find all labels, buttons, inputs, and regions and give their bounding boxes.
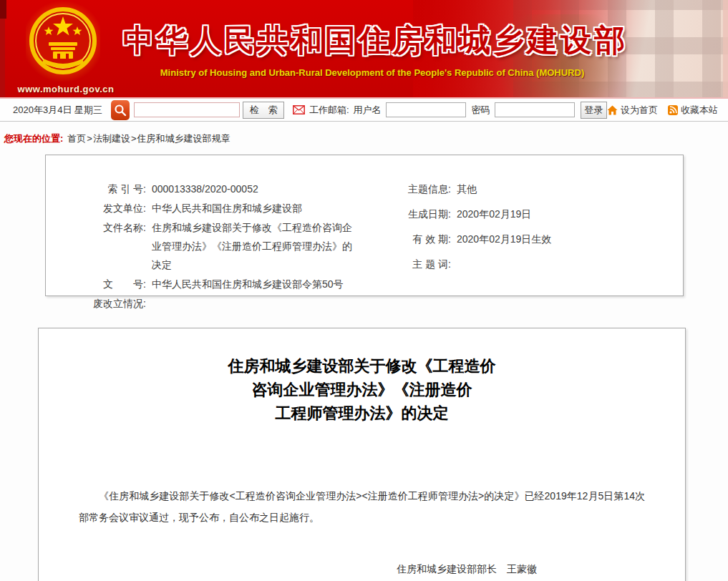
document-body-paragraph: 《住房和城乡建设部关于修改<工程造价咨询企业管理办法><注册造价工程师管理办法>… — [79, 485, 645, 528]
username-label: 用户名 — [354, 104, 382, 117]
meta-value: 住房和城乡建设部关于修改《工程造价咨询企业管理办法》《注册造价工程师管理办法》的… — [146, 218, 354, 274]
meta-label: 文件名称: — [46, 218, 146, 274]
meta-value: 中华人民共和国住房和城乡建设部令第50号 — [146, 275, 344, 293]
header-left-strip — [0, 0, 5, 99]
site-title-en: Ministry of Housing and Urban-Rural Deve… — [125, 67, 619, 78]
meta-value: 000013338/2020-00052 — [146, 180, 258, 198]
site-title-cn: 中华人民共和国住房和城乡建设部 — [123, 20, 653, 62]
meta-label: 有 效 期: — [354, 230, 451, 248]
meta-grid: 索 引 号: 000013338/2020-00052 发文单位: 中华人民共和… — [46, 180, 661, 313]
document-content-box: 住房和城乡建设部关于修改《工程造价 咨询企业管理办法》《注册造价 工程师管理办法… — [38, 328, 686, 581]
meta-row-valid-date: 有 效 期: 2020年02月19日生效 — [354, 230, 661, 248]
meta-value — [146, 294, 152, 313]
meta-row-document-number: 文 号: 中华人民共和国住房和城乡建设部令第50号 — [46, 275, 354, 293]
meta-label: 发文单位: — [46, 199, 146, 218]
magnifier-icon — [114, 104, 127, 117]
mail-envelope-icon — [293, 105, 305, 114]
password-input[interactable] — [495, 102, 575, 117]
site-url: www.mohurd.gov.cn — [16, 84, 116, 94]
current-date: 2020年3月4日 星期三 — [13, 104, 102, 117]
meta-value: 其他 — [451, 180, 477, 198]
document-title-line: 咨询企业管理办法》《注册造价 — [39, 378, 685, 401]
breadcrumb-separator: > — [131, 133, 137, 144]
meta-label: 主题信息: — [354, 180, 451, 198]
breadcrumb-legal[interactable]: 法制建设 — [93, 133, 130, 144]
header-right-strip — [723, 0, 728, 99]
signer-name: 住房和城乡建设部部长 王蒙徽 — [384, 558, 549, 580]
meta-column-left: 索 引 号: 000013338/2020-00052 发文单位: 中华人民共和… — [46, 180, 354, 313]
username-input[interactable] — [386, 102, 466, 117]
meta-row-issuing-unit: 发文单位: 中华人民共和国住房和城乡建设部 — [46, 199, 354, 218]
meta-value: 中华人民共和国住房和城乡建设部 — [146, 199, 302, 218]
search-icon-button[interactable] — [111, 100, 130, 120]
set-home-label: 设为首页 — [621, 104, 658, 117]
favorite-link[interactable]: 收藏本站 — [668, 104, 718, 117]
search-input[interactable] — [134, 102, 240, 117]
breadcrumb-separator: > — [87, 133, 92, 144]
password-label: 密码 — [472, 104, 490, 117]
toolbar: 2020年3月4日 星期三 检 索 工作邮箱: 用户名 密码 登录 设为首页 — [0, 99, 728, 122]
document-title-line: 工程师管理办法》的决定 — [39, 401, 685, 425]
meta-value: 2020年02月19日生效 — [451, 230, 551, 248]
national-emblem-icon — [26, 1, 100, 82]
meta-row-index-number: 索 引 号: 000013338/2020-00052 — [46, 180, 354, 198]
mail-label: 工作邮箱: — [309, 104, 349, 117]
meta-label: 索 引 号: — [46, 180, 146, 198]
meta-value: 2020年02月19日 — [451, 205, 531, 223]
document-title-line: 住房和城乡建设部关于修改《工程造价 — [39, 354, 685, 378]
document-meta-box: 索 引 号: 000013338/2020-00052 发文单位: 中华人民共和… — [45, 155, 684, 296]
meta-value — [451, 255, 457, 273]
meta-label: 生成日期: — [354, 205, 451, 223]
document-signature: 住房和城乡建设部部长 王蒙徽 2020年2月19日 — [384, 558, 549, 581]
meta-row-keywords: 主 题 词: — [354, 255, 661, 273]
meta-column-right: 主题信息: 其他 生成日期: 2020年02月19日 有 效 期: 2020年0… — [354, 180, 661, 313]
meta-row-generate-date: 生成日期: 2020年02月19日 — [354, 205, 661, 223]
login-button[interactable]: 登录 — [581, 102, 607, 119]
home-icon — [607, 105, 618, 115]
set-home-link[interactable]: 设为首页 — [607, 104, 658, 117]
meta-label: 废改立情况: — [46, 294, 146, 313]
search-submit-button[interactable]: 检 索 — [243, 102, 284, 119]
meta-row-topic-info: 主题信息: 其他 — [354, 180, 661, 198]
breadcrumb: 您现在的位置:首页>法制建设>住房和城乡建设部规章 — [0, 122, 728, 145]
bookmark-rss-icon — [668, 105, 678, 115]
breadcrumb-home[interactable]: 首页 — [67, 133, 86, 144]
breadcrumb-regulations[interactable]: 住房和城乡建设部规章 — [137, 133, 230, 144]
meta-label: 文 号: — [46, 275, 146, 293]
favorite-label: 收藏本站 — [681, 104, 718, 117]
meta-row-document-name: 文件名称: 住房和城乡建设部关于修改《工程造价咨询企业管理办法》《注册造价工程师… — [46, 218, 354, 274]
site-header: www.mohurd.gov.cn 中华人民共和国住房和城乡建设部 Minist… — [0, 0, 728, 99]
meta-row-repeal-status: 废改立情况: — [46, 294, 354, 313]
meta-label: 主 题 词: — [354, 255, 451, 273]
document-title: 住房和城乡建设部关于修改《工程造价 咨询企业管理办法》《注册造价 工程师管理办法… — [39, 354, 685, 425]
breadcrumb-prefix: 您现在的位置: — [4, 133, 63, 144]
